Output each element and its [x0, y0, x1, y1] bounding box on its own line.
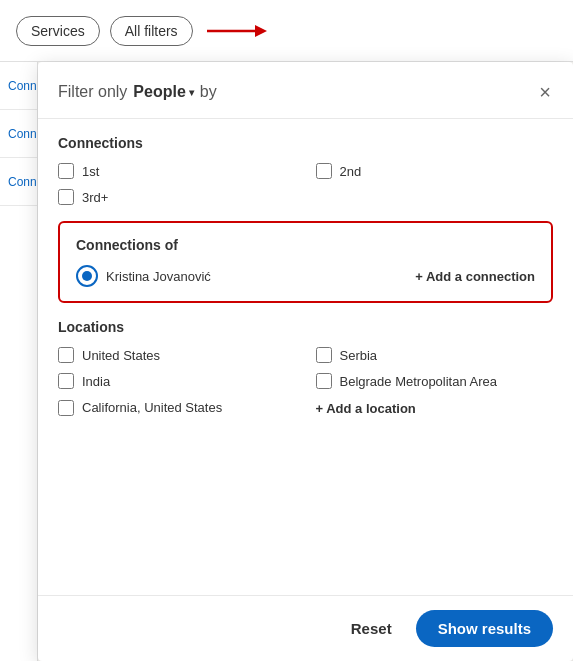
checkbox-label-1st: 1st [82, 164, 99, 179]
checkbox-us[interactable] [58, 347, 74, 363]
checkbox-1st[interactable] [58, 163, 74, 179]
modal-header-left: Filter only People ▾ by [58, 83, 217, 101]
avatar [76, 265, 98, 287]
arrow-right-icon [207, 21, 267, 41]
checkbox-serbia[interactable] [316, 347, 332, 363]
checkbox-item-india[interactable]: India [58, 373, 296, 389]
bg-conn-2: Conn [0, 110, 37, 158]
modal-header: Filter only People ▾ by × [38, 62, 573, 119]
modal-body: Connections 1st 2nd 3rd+ Connections of [38, 119, 573, 595]
connections-section: Connections 1st 2nd 3rd+ [58, 135, 553, 205]
checkbox-label-2nd: 2nd [340, 164, 362, 179]
connections-of-title: Connections of [76, 237, 535, 253]
people-label: People [133, 83, 185, 101]
filter-modal: Filter only People ▾ by × Connections 1s… [38, 62, 573, 661]
services-button[interactable]: Services [16, 16, 100, 46]
add-connection-button[interactable]: + Add a connection [415, 269, 535, 284]
bg-conn-label-3: Conn [8, 175, 37, 189]
connections-of-row: Kristina Jovanović + Add a connection [76, 265, 535, 287]
checkbox-belgrade[interactable] [316, 373, 332, 389]
checkbox-item-us[interactable]: United States [58, 347, 296, 363]
checkbox-item-3rd[interactable]: 3rd+ [58, 189, 296, 205]
checkbox-label-serbia: Serbia [340, 348, 378, 363]
chevron-down-icon: ▾ [189, 87, 194, 98]
bg-conn-3: Conn [0, 158, 37, 206]
background-sidebar: Conn Conn Conn [0, 62, 38, 661]
close-button[interactable]: × [537, 80, 553, 104]
bg-conn-label-2: Conn [8, 127, 37, 141]
bg-conn-1: Conn [0, 62, 37, 110]
people-dropdown[interactable]: People ▾ [133, 83, 193, 101]
checkbox-2nd[interactable] [316, 163, 332, 179]
checkbox-label-california: California, United States [82, 400, 222, 415]
checkbox-label-india: India [82, 374, 110, 389]
all-filters-button[interactable]: All filters [110, 16, 193, 46]
person-row: Kristina Jovanović [76, 265, 211, 287]
connections-of-section: Connections of Kristina Jovanović + Add … [58, 221, 553, 303]
filter-only-label: Filter only [58, 83, 127, 101]
checkbox-label-belgrade: Belgrade Metropolitan Area [340, 374, 498, 389]
checkbox-item-2nd[interactable]: 2nd [316, 163, 554, 179]
checkbox-3rd[interactable] [58, 189, 74, 205]
avatar-inner [82, 271, 92, 281]
locations-grid: United States Serbia India Belgrade Metr… [58, 347, 553, 416]
checkbox-label-3rd: 3rd+ [82, 190, 108, 205]
modal-footer: Reset Show results [38, 595, 573, 661]
bg-conn-label-1: Conn [8, 79, 37, 93]
top-bar: Services All filters [0, 0, 573, 62]
reset-button[interactable]: Reset [339, 612, 404, 645]
show-results-button[interactable]: Show results [416, 610, 553, 647]
connections-title: Connections [58, 135, 553, 151]
checkbox-label-us: United States [82, 348, 160, 363]
svg-marker-1 [255, 25, 267, 37]
checkbox-item-serbia[interactable]: Serbia [316, 347, 554, 363]
checkbox-india[interactable] [58, 373, 74, 389]
add-location-button[interactable]: + Add a location [316, 401, 554, 416]
checkbox-california[interactable] [58, 400, 74, 416]
by-label: by [200, 83, 217, 101]
locations-section: Locations United States Serbia India Bel… [58, 319, 553, 416]
checkbox-item-california[interactable]: California, United States [58, 399, 296, 416]
locations-title: Locations [58, 319, 553, 335]
checkbox-item-1st[interactable]: 1st [58, 163, 296, 179]
arrow-indicator [207, 21, 267, 41]
checkbox-item-belgrade[interactable]: Belgrade Metropolitan Area [316, 373, 554, 389]
connections-grid: 1st 2nd 3rd+ [58, 163, 553, 205]
person-name: Kristina Jovanović [106, 269, 211, 284]
